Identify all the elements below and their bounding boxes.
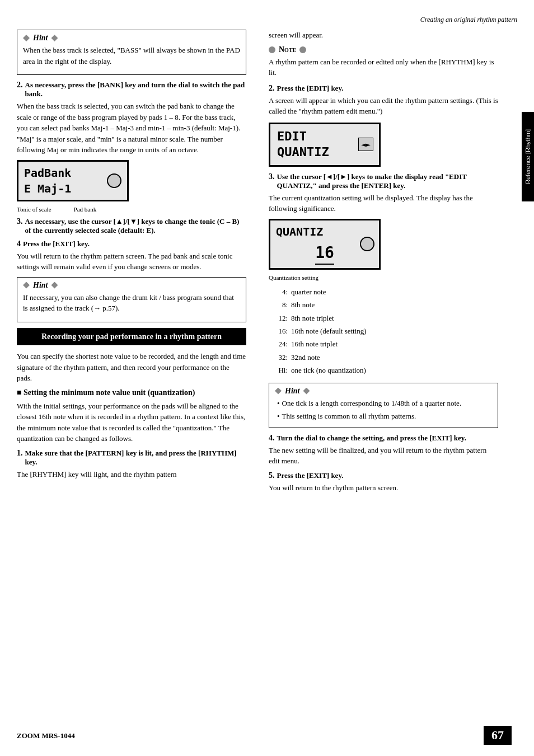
quant-display-value: 16 (276, 242, 373, 265)
hint-header-1: Hint (23, 34, 240, 43)
left-step-2-header: 2. As necessary, press the [BANK] key an… (17, 81, 246, 98)
quant-caption: Quantization setting (269, 274, 498, 281)
hint-box-3: Hint • One tick is a length correspondin… (269, 383, 498, 428)
right-step-5-num: 5. (269, 471, 275, 480)
right-step-5-label: Press the [EXIT] key. (277, 471, 344, 480)
quant-num-hi: Hi: (274, 364, 288, 377)
hint-diamond-right-icon-3 (303, 388, 310, 395)
left-step-4: 4 Press the [EXIT] key. You will return … (17, 240, 246, 273)
left-step-3-label: As necessary, use the cursor [▲]/[▼] key… (25, 217, 247, 235)
left-step-4-body: You will return to the rhythm pattern sc… (17, 251, 246, 273)
note-circle-icon-right (299, 46, 306, 53)
right-step-4-label: Turn the dial to change the setting, and… (277, 434, 466, 443)
left-step-2-body: When the bass track is selected, you can… (17, 101, 246, 156)
left-step-2-label: As necessary, press the [BANK] key and t… (25, 81, 247, 98)
hint-text-2: If necessary, you can also change the dr… (23, 292, 240, 314)
hint-title-2: Hint (33, 281, 48, 290)
hint-diamond-right-icon-2 (51, 282, 58, 289)
edit-display: EDIT QUANTIZ ◄► (269, 123, 381, 167)
footer-model: ZOOM MRS-1044 (17, 731, 75, 740)
quant-value: 16 (315, 242, 334, 265)
right-step-4-header: 4. Turn the dial to change the setting, … (269, 434, 498, 443)
right-step-2-body: A screen will appear in which you can ed… (269, 95, 498, 117)
page-header: Creating an original rhythm pattern (0, 11, 534, 24)
hint-diamond-right-icon-1 (51, 35, 58, 41)
note-box-1: Note A rhythm pattern can be recorded or… (269, 45, 498, 78)
quant-desc-hi: one tick (no quantization) (291, 364, 366, 377)
right-step-3: 3. Use the cursor [◄]/[►] keys to make t… (269, 172, 498, 214)
padbank-display: PadBank E Maj-1 (17, 160, 129, 201)
header-title: Creating an original rhythm pattern (420, 16, 517, 24)
padbank-caption-row: Tonic of scale Pad bank (17, 206, 246, 213)
section-intro: You can specify the shortest note value … (17, 351, 246, 384)
left-lstep-1-body: The [RHYTHM] key will light, and the rhy… (17, 469, 246, 480)
sub-heading-text: ■ Setting the minimum note value unit (q… (17, 388, 195, 397)
left-step-3-header: 3. As necessary, use the cursor [▲]/[▼] … (17, 217, 246, 235)
right-step-5-body: You will return to the rhythm pattern sc… (269, 482, 498, 494)
hint-bullet-2: • This setting is common to all rhythm p… (277, 411, 492, 422)
quant-item-4: 4: quarter note (274, 285, 498, 298)
left-lstep-1-header: 1. Make sure that the [PATTERN] key is l… (17, 449, 246, 467)
right-step-3-header: 3. Use the cursor [◄]/[►] keys to make t… (269, 172, 498, 190)
right-intro: screen will appear. (269, 30, 498, 41)
hint-box-1: Hint When the bass track is selected, "B… (17, 30, 246, 75)
main-content: Hint When the bass track is selected, "B… (0, 30, 534, 497)
left-lstep-1: 1. Make sure that the [PATTERN] key is l… (17, 449, 246, 480)
quant-list: 4: quarter note 8: 8th note 12: 8th note… (274, 285, 498, 377)
quant-desc-16: 16th note (default setting) (291, 325, 367, 337)
padbank-caption-bank: Pad bank (74, 206, 97, 213)
quant-num-32: 32: (274, 351, 288, 364)
right-step-2-header: 2. Press the [EDIT] key. (269, 84, 498, 93)
right-step-3-label: Use the cursor [◄]/[►] keys to make the … (277, 172, 499, 190)
hint-text-1: When the bass track is selected, "BASS" … (23, 45, 240, 67)
right-step-4-body: The new setting will be finalized, and y… (269, 445, 498, 467)
left-step-4-label: Press the [EXIT] key. (23, 240, 90, 248)
quant-item-16: 16: 16th note (default setting) (274, 325, 498, 337)
left-lstep-1-num: 1. (17, 449, 23, 458)
page-number-area: 67 (484, 726, 512, 745)
hint-title-1: Hint (33, 34, 48, 43)
left-step-2-num: 2. (17, 81, 23, 90)
note-text-1: A rhythm pattern can be recorded or edit… (269, 57, 498, 78)
left-step-3-num: 3. (17, 217, 23, 226)
page-container: Creating an original rhythm pattern Refe… (0, 0, 534, 756)
quant-item-12: 12: 8th note triplet (274, 312, 498, 325)
quant-num-4: 4: (274, 285, 288, 298)
quant-desc-32: 32nd note (291, 351, 320, 364)
quant-item-8: 8: 8th note (274, 298, 498, 311)
sidebar-tab: Reference [Rhythm] (522, 112, 534, 201)
left-step-4-num: 4 (17, 240, 21, 248)
quant-num-16: 16: (274, 325, 288, 337)
right-step-5-header: 5. Press the [EXIT] key. (269, 471, 498, 480)
sidebar-label: Reference [Rhythm] (524, 129, 531, 184)
quant-num-12: 12: (274, 312, 288, 325)
hint-diamond-icon-2 (23, 282, 30, 289)
quant-desc-24: 16th note triplet (291, 337, 338, 350)
quant-desc-4: quarter note (291, 285, 326, 298)
hint-title-3: Hint (285, 387, 299, 396)
hint-diamond-icon-3 (275, 388, 282, 395)
right-step-2-label: Press the [EDIT] key. (277, 84, 344, 93)
section-heading: Recording your pad performance in a rhyt… (17, 328, 246, 346)
padbank-circle-btn[interactable] (107, 173, 121, 188)
quant-item-hi: Hi: one tick (no quantization) (274, 364, 498, 377)
hint-bullet-1: • One tick is a length corresponding to … (277, 398, 492, 409)
edit-display-arrow[interactable]: ◄► (358, 138, 373, 151)
quant-item-32: 32: 32nd note (274, 351, 498, 364)
quant-display-label: QUANTIZ (276, 224, 373, 240)
right-column: screen will appear. Note A rhythm patter… (257, 30, 515, 497)
quant-num-8: 8: (274, 298, 288, 311)
left-step-4-header: 4 Press the [EXIT] key. (17, 240, 246, 248)
left-lstep-1-label: Make sure that the [PATTERN] key is lit,… (25, 449, 247, 467)
left-step-2: 2. As necessary, press the [BANK] key an… (17, 81, 246, 156)
quant-item-24: 24: 16th note triplet (274, 337, 498, 350)
hint-header-3: Hint (275, 387, 492, 396)
right-step-2-num: 2. (269, 84, 275, 93)
sub-heading: ■ Setting the minimum note value unit (q… (17, 388, 246, 397)
right-step-3-num: 3. (269, 172, 275, 181)
quant-num-24: 24: (274, 337, 288, 350)
hint-header-2: Hint (23, 281, 240, 290)
hint-bullet-text-1: One tick is a length corresponding to 1/… (282, 398, 462, 409)
right-step-4-num: 4. (269, 434, 275, 443)
quant-display-circle[interactable] (360, 237, 374, 251)
